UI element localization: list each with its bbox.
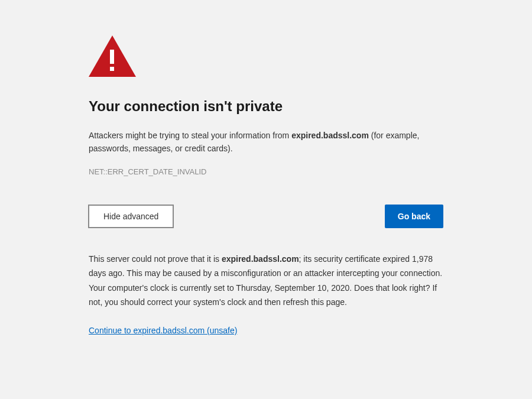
svg-rect-2 <box>110 67 114 71</box>
go-back-button[interactable]: Go back <box>385 205 443 228</box>
ssl-error-page: Your connection isn't private Attackers … <box>0 0 532 336</box>
continue-unsafe-link[interactable]: Continue to expired.badssl.com (unsafe) <box>89 326 237 335</box>
svg-rect-1 <box>110 50 114 64</box>
advanced-details: This server could not prove that it is e… <box>89 252 443 310</box>
details-pre: This server could not prove that it is <box>89 254 222 264</box>
warning-triangle-icon <box>89 35 443 77</box>
error-code: NET::ERR_CERT_DATE_INVALID <box>89 167 443 176</box>
button-row: Hide advanced Go back <box>89 205 443 228</box>
subtitle-hostname: expired.badssl.com <box>291 131 369 140</box>
details-hostname: expired.badssl.com <box>222 254 299 264</box>
subtitle-pre: Attackers might be trying to steal your … <box>89 131 291 140</box>
hide-advanced-button[interactable]: Hide advanced <box>89 205 173 228</box>
page-heading: Your connection isn't private <box>89 98 443 115</box>
warning-subtitle: Attackers might be trying to steal your … <box>89 129 443 155</box>
